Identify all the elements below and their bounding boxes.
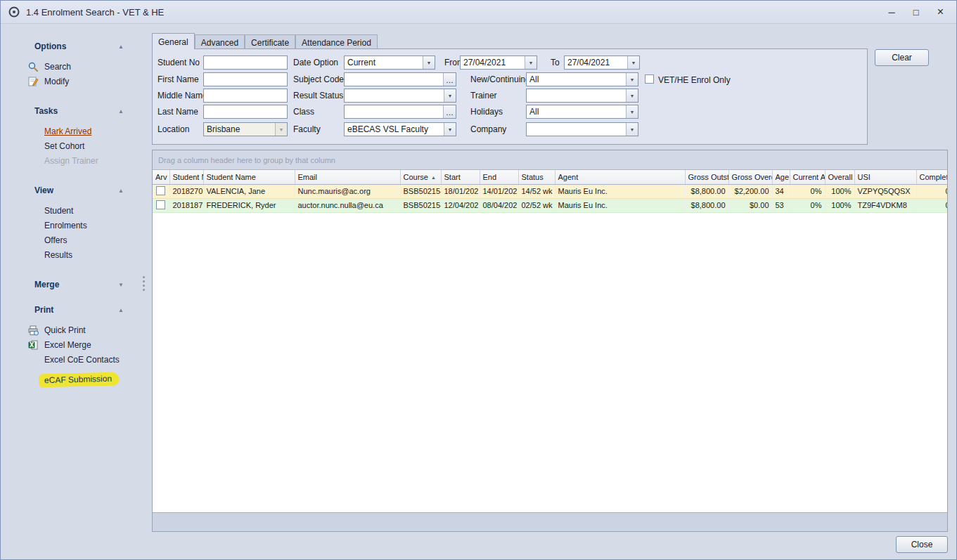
cell-status: 02/52 wk	[518, 198, 555, 212]
collapse-up-icon: ▲	[118, 44, 124, 50]
location-select[interactable]: Brisbane ▼	[203, 122, 288, 136]
column-header-usi[interactable]: USI	[854, 170, 916, 184]
cell-start: 18/01/202	[441, 184, 480, 198]
column-header-course[interactable]: Course▲	[400, 170, 441, 184]
arrived-checkbox[interactable]	[156, 200, 165, 209]
faculty-select[interactable]: eBECAS VSL Faculty ▼	[344, 122, 456, 136]
dropdown-arrow-icon[interactable]: ▼	[444, 89, 456, 102]
date-option-select[interactable]: Current ▼	[344, 56, 435, 70]
sidebar-item-modify[interactable]: Modify	[1, 74, 145, 89]
cell-current-att: 0%	[790, 184, 825, 198]
sidebar-item-offers[interactable]: Offers	[1, 233, 145, 247]
middle-name-input[interactable]	[204, 89, 287, 102]
dropdown-arrow-icon[interactable]: ▼	[626, 73, 638, 86]
section-header-print[interactable]: Print ▲	[1, 303, 145, 317]
cell-overall-att: 100%	[825, 198, 854, 212]
column-header-agent[interactable]: Agent	[555, 170, 685, 184]
last-name-input[interactable]	[204, 105, 287, 118]
section-header-merge[interactable]: Merge ▼	[1, 278, 145, 292]
to-date-value: 27/04/2021	[565, 56, 627, 69]
dropdown-arrow-icon[interactable]: ▼	[627, 56, 639, 69]
tab-attendance-period[interactable]: Attendance Period	[295, 34, 378, 49]
company-select[interactable]: ▼	[526, 122, 638, 136]
sidebar-item-label: Offers	[44, 235, 67, 245]
subject-code-lookup-button[interactable]: …	[443, 73, 456, 86]
close-window-button[interactable]: ×	[937, 6, 944, 18]
tab-certificate[interactable]: Certificate	[245, 34, 295, 49]
new-continuing-select[interactable]: All ▼	[526, 72, 638, 86]
sidebar-item-excel-coe-contacts[interactable]: Excel CoE Contacts	[1, 352, 145, 367]
trainer-value	[527, 89, 626, 102]
column-header-student-no[interactable]: Student No	[169, 170, 203, 184]
sidebar-item-label: Results	[44, 250, 72, 260]
minimize-button[interactable]: ─	[889, 8, 895, 17]
section-header-tasks[interactable]: Tasks ▲	[1, 104, 145, 118]
dropdown-arrow-icon[interactable]: ▼	[525, 56, 537, 69]
sidebar-item-results[interactable]: Results	[1, 247, 145, 262]
column-header-arrived[interactable]: Arv	[153, 170, 169, 184]
dropdown-arrow-icon[interactable]: ▼	[423, 56, 435, 69]
cell-age: 34	[772, 184, 790, 198]
from-date-select[interactable]: 27/04/2021 ▼	[460, 56, 537, 70]
class-input[interactable]	[345, 105, 443, 118]
search-icon	[27, 61, 39, 72]
table-row[interactable]: 2018187 FREDERICK, Ryder auctor.nunc.nul…	[153, 198, 948, 212]
section-header-options[interactable]: Options ▲	[1, 39, 145, 53]
cell-overall-att: 100%	[825, 184, 854, 198]
column-header-age[interactable]: Age	[772, 170, 790, 184]
sidebar-item-excel-merge[interactable]: X Excel Merge	[1, 337, 145, 352]
sidebar-item-mark-arrived[interactable]: Mark Arrived	[1, 124, 145, 138]
cell-usi: VZPYQ5QQSX	[854, 184, 916, 198]
sidebar-item-enrolments[interactable]: Enrolments	[1, 218, 145, 233]
column-header-overall-att[interactable]: Overall At	[825, 170, 854, 184]
first-name-input[interactable]	[204, 73, 287, 86]
dropdown-arrow-icon[interactable]: ▼	[275, 123, 287, 136]
student-no-input[interactable]	[204, 56, 287, 69]
class-field: …	[344, 105, 456, 119]
clear-button[interactable]: Clear	[875, 49, 929, 66]
dropdown-arrow-icon[interactable]: ▼	[626, 105, 638, 118]
column-header-start[interactable]: Start	[441, 170, 480, 184]
date-option-label: Date Option	[293, 57, 338, 68]
close-button[interactable]: Close	[896, 536, 948, 553]
column-header-gross-outst[interactable]: Gross Outst	[685, 170, 728, 184]
class-lookup-button[interactable]: …	[443, 105, 456, 118]
result-status-select[interactable]: ▼	[344, 89, 456, 103]
splitter-handle[interactable]	[141, 276, 146, 292]
column-header-status[interactable]: Status	[518, 170, 555, 184]
first-name-input-wrap	[203, 72, 288, 86]
holidays-select[interactable]: All ▼	[526, 105, 638, 119]
cell-gross-outst: $8,800.00	[685, 198, 728, 212]
sidebar-item-student[interactable]: Student	[1, 203, 145, 218]
column-header-current-att[interactable]: Current Att	[790, 170, 825, 184]
arrived-checkbox[interactable]	[156, 186, 165, 195]
middle-name-label: Middle Name	[158, 90, 207, 101]
trainer-select[interactable]: ▼	[526, 89, 638, 103]
maximize-button[interactable]: □	[913, 8, 919, 17]
column-header-student-name[interactable]: Student Name	[203, 170, 295, 184]
sidebar-item-quick-print[interactable]: Quick Print	[1, 323, 145, 337]
to-date-select[interactable]: 27/04/2021 ▼	[564, 56, 640, 70]
sidebar-item-label: Set Cohort	[44, 141, 84, 151]
cell-arrived	[153, 198, 169, 212]
collapse-up-icon: ▲	[118, 108, 124, 115]
tab-general[interactable]: General	[152, 33, 195, 49]
sidebar-item-ecaf-submission[interactable]: eCAF Submission	[1, 372, 145, 387]
header-row: Arv Student No Student Name Email Course…	[153, 170, 948, 184]
group-by-bar[interactable]: Drag a column header here to group by th…	[153, 150, 947, 170]
column-header-email[interactable]: Email	[295, 170, 400, 184]
column-header-end[interactable]: End	[480, 170, 518, 184]
section-header-view[interactable]: View ▲	[1, 183, 145, 197]
vet-he-checkbox[interactable]	[645, 74, 654, 84]
table-row[interactable]: 2018270 VALENCIA, Jane Nunc.mauris@ac.or…	[153, 184, 948, 198]
tab-advanced[interactable]: Advanced	[195, 34, 245, 49]
column-header-gross-overdue[interactable]: Gross Overd	[728, 170, 772, 184]
tab-strip: General Advanced Certificate Attendance …	[152, 33, 378, 49]
subject-code-input[interactable]	[345, 73, 443, 86]
column-header-completed[interactable]: Completed	[916, 170, 948, 184]
dropdown-arrow-icon[interactable]: ▼	[444, 123, 456, 136]
dropdown-arrow-icon[interactable]: ▼	[626, 89, 638, 102]
sidebar-item-set-cohort[interactable]: Set Cohort	[1, 138, 145, 153]
sidebar-item-search[interactable]: Search	[1, 59, 145, 74]
dropdown-arrow-icon[interactable]: ▼	[626, 123, 638, 136]
